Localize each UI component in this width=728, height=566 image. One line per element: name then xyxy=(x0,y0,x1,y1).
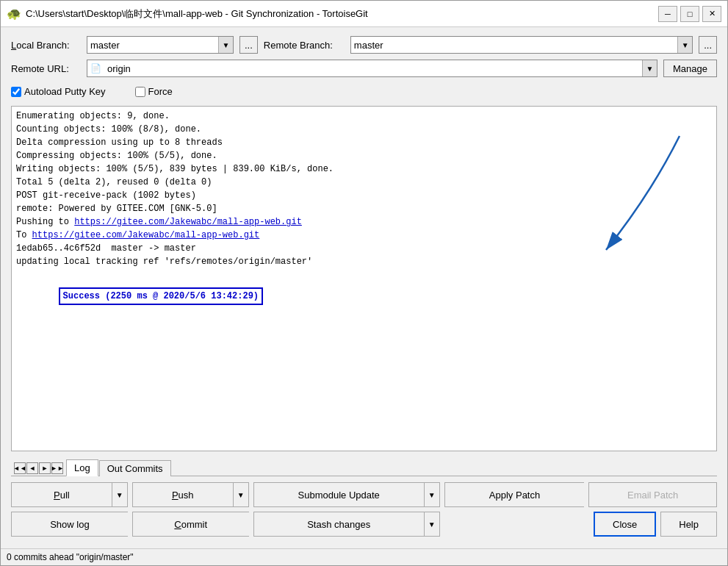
options-row: Autoload Putty Key Force xyxy=(11,83,717,100)
local-branch-dots-button[interactable]: ... xyxy=(239,36,258,54)
log-line-3: Delta compression using up to 8 threads xyxy=(16,136,712,149)
push-button[interactable]: Push xyxy=(132,482,233,507)
show-log-button-group: Show log xyxy=(11,512,128,537)
log-line-9: Pushing to https://gitee.com/Jakewabc/ma… xyxy=(16,215,712,229)
local-branch-input[interactable] xyxy=(87,37,218,53)
pull-button[interactable]: Pull xyxy=(11,482,112,507)
submodule-update-button[interactable]: Submodule Update xyxy=(253,482,424,507)
to-url-link[interactable]: https://gitee.com/Jakewabc/mall-app-web.… xyxy=(32,230,260,240)
local-branch-row: Local Branch: ▼ ... Remote Branch: ▼ ... xyxy=(11,36,717,54)
email-patch-button[interactable]: Email Patch xyxy=(588,482,717,507)
close-button[interactable]: Close xyxy=(594,512,656,537)
log-line-2: Counting objects: 100% (8/8), done. xyxy=(16,123,712,136)
remote-branch-label: Remote Branch: xyxy=(264,40,345,51)
content-area: Local Branch: ▼ ... Remote Branch: ▼ ...… xyxy=(1,27,727,548)
app-icon: 🐢 xyxy=(7,7,21,21)
pull-dropdown-button[interactable]: ▼ xyxy=(112,482,128,507)
minimize-button[interactable]: ─ xyxy=(658,6,677,22)
title-bar: 🐢 C:\Users\start\Desktop\临时文件\mall-app-w… xyxy=(1,1,727,27)
log-line-1: Enumerating objects: 9, done. xyxy=(16,110,712,123)
force-label: Force xyxy=(148,86,173,97)
force-option: Force xyxy=(135,86,173,97)
pull-button-group: Pull ▼ xyxy=(11,482,128,507)
action-buttons-row-2: Show log Commit Stash changes ▼ Close He… xyxy=(11,512,717,537)
stash-changes-button[interactable]: Stash changes xyxy=(253,512,424,537)
log-line-11: 1edab65..4c6f52d master -> master xyxy=(16,242,712,255)
apply-patch-button[interactable]: Apply Patch xyxy=(444,482,585,507)
tab-log[interactable]: Log xyxy=(66,459,98,476)
log-line-7: POST git-receive-pack (1002 bytes) xyxy=(16,189,712,202)
show-log-button[interactable]: Show log xyxy=(11,512,128,537)
remote-url-dropdown-arrow[interactable]: ▼ xyxy=(642,60,657,76)
status-bar: 0 commits ahead "origin/master" xyxy=(1,548,727,565)
log-line-8: remote: Powered by GITEE.COM [GNK-5.0] xyxy=(16,202,712,215)
push-dropdown-button[interactable]: ▼ xyxy=(233,482,249,507)
submodule-update-button-group: Submodule Update ▼ xyxy=(253,482,440,507)
maximize-button[interactable]: □ xyxy=(680,6,699,22)
tabs-navigation: ◄◄ ◄ ► ►► Log Out Commits xyxy=(11,459,717,476)
local-branch-dropdown-arrow[interactable]: ▼ xyxy=(218,37,233,53)
autoload-putty-checkbox[interactable] xyxy=(11,87,21,97)
log-line-10: To https://gitee.com/Jakewabc/mall-app-w… xyxy=(16,229,712,242)
remote-branch-dots-button[interactable]: ... xyxy=(699,36,717,54)
force-checkbox[interactable] xyxy=(135,87,145,97)
remote-url-row: Remote URL: 📄 ▼ Manage xyxy=(11,60,717,77)
help-button[interactable]: Help xyxy=(660,512,717,537)
commit-button-group: Commit xyxy=(132,512,249,537)
manage-button[interactable]: Manage xyxy=(663,60,717,77)
local-branch-label: Local Branch: xyxy=(11,40,81,51)
remote-url-input[interactable] xyxy=(104,60,642,76)
remote-branch-combo[interactable]: ▼ xyxy=(350,36,693,54)
remote-branch-dropdown-arrow[interactable]: ▼ xyxy=(677,37,692,53)
apply-patch-button-group: Apply Patch xyxy=(444,482,585,507)
remote-branch-input[interactable] xyxy=(351,37,677,53)
tab-first-button[interactable]: ◄◄ xyxy=(14,462,26,474)
push-url-link[interactable]: https://gitee.com/Jakewabc/mall-app-web.… xyxy=(74,217,302,227)
local-branch-combo[interactable]: ▼ xyxy=(87,36,234,54)
log-line-5: Writing objects: 100% (5/5), 839 bytes |… xyxy=(16,162,712,176)
stash-changes-dropdown-button[interactable]: ▼ xyxy=(424,512,440,537)
commit-button[interactable]: Commit xyxy=(132,512,249,537)
tab-next-button[interactable]: ► xyxy=(39,462,51,474)
window-title: C:\Users\start\Desktop\临时文件\mall-app-web… xyxy=(26,7,654,21)
bottom-section: Pull ▼ Push ▼ Submodule Update ▼ Apply P… xyxy=(11,482,717,542)
push-button-group: Push ▼ xyxy=(132,482,249,507)
success-line: Success (2250 ms @ 2020/5/6 13:42:29) xyxy=(16,273,712,318)
tab-nav-arrows: ◄◄ ◄ ► ►► xyxy=(14,462,63,474)
log-output-area: Enumerating objects: 9, done. Counting o… xyxy=(11,106,717,451)
stash-changes-button-group: Stash changes ▼ xyxy=(253,512,440,537)
window-controls: ─ □ ✕ xyxy=(658,6,721,22)
tab-last-button[interactable]: ►► xyxy=(51,462,63,474)
autoload-putty-option: Autoload Putty Key xyxy=(11,86,106,97)
autoload-putty-label: Autoload Putty Key xyxy=(24,86,106,97)
log-line-4: Compressing objects: 100% (5/5), done. xyxy=(16,149,712,162)
url-file-icon: 📄 xyxy=(87,63,104,74)
submodule-update-dropdown-button[interactable]: ▼ xyxy=(424,482,440,507)
email-patch-button-group: Email Patch xyxy=(588,482,717,507)
log-line-6: Total 5 (delta 2), reused 0 (delta 0) xyxy=(16,176,712,189)
close-help-buttons: Close Help xyxy=(588,512,717,537)
remote-url-label: Remote URL: xyxy=(11,63,81,74)
tab-prev-button[interactable]: ◄ xyxy=(26,462,38,474)
status-text: 0 commits ahead "origin/master" xyxy=(7,552,134,562)
action-buttons-row-1: Pull ▼ Push ▼ Submodule Update ▼ Apply P… xyxy=(11,482,717,507)
remote-url-combo[interactable]: 📄 ▼ xyxy=(87,60,657,77)
tab-out-commits[interactable]: Out Commits xyxy=(99,460,171,476)
log-line-12: updating local tracking ref 'refs/remote… xyxy=(16,255,712,268)
main-window: 🐢 C:\Users\start\Desktop\临时文件\mall-app-w… xyxy=(0,0,728,566)
close-window-button[interactable]: ✕ xyxy=(702,6,721,22)
